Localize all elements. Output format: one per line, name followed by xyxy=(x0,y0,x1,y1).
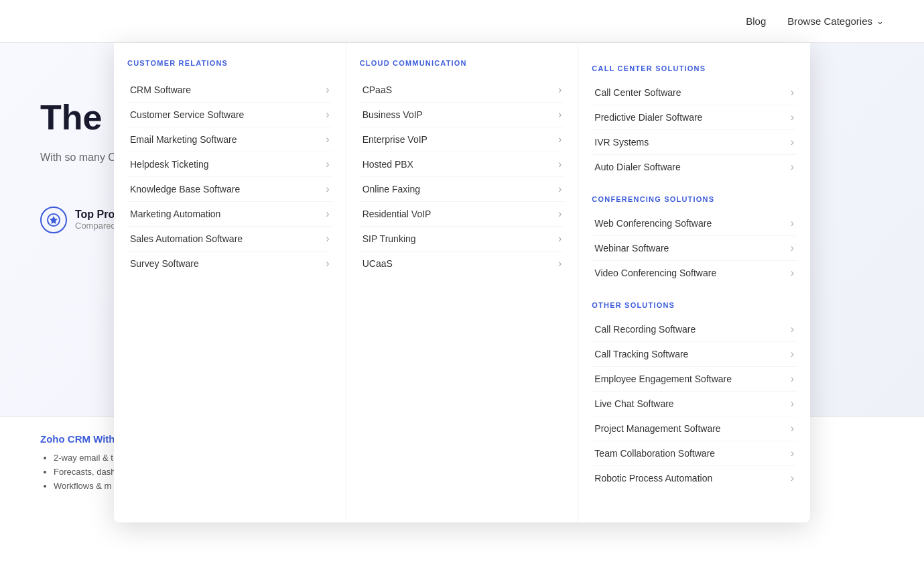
section-heading: OTHER SOLUTIONS xyxy=(592,301,797,309)
chevron-right-icon xyxy=(558,158,562,170)
chevron-down-icon: ⌄ xyxy=(876,16,884,26)
chevron-right-icon xyxy=(326,258,329,270)
chevron-right-icon xyxy=(791,472,794,484)
chevron-right-icon xyxy=(791,111,794,123)
menu-item[interactable]: Robotic Process Automation xyxy=(592,466,797,490)
browse-categories-label: Browse Categories xyxy=(787,15,872,27)
customer-relations-heading: CUSTOMER RELATIONS xyxy=(127,59,332,67)
menu-item[interactable]: Webinar Software xyxy=(592,236,797,261)
chevron-right-icon xyxy=(326,233,329,245)
chevron-right-icon xyxy=(326,133,329,146)
menu-item[interactable]: Live Chat Software xyxy=(592,392,797,416)
svg-marker-1 xyxy=(50,216,58,224)
menu-item[interactable]: Employee Engagement Software xyxy=(592,367,797,392)
chevron-right-icon xyxy=(791,217,794,229)
chevron-right-icon xyxy=(791,398,794,410)
chevron-right-icon xyxy=(558,233,562,245)
chevron-right-icon xyxy=(326,208,329,220)
section-1: CONFERENCING SOLUTIONSWeb Conferencing S… xyxy=(592,195,797,285)
menu-item[interactable]: Call Recording Software xyxy=(592,317,797,342)
menu-item[interactable]: Email Marketing Software xyxy=(127,127,332,152)
menu-item[interactable]: CRM Software xyxy=(127,78,332,103)
customer-relations-col: CUSTOMER RELATIONS CRM SoftwareCustomer … xyxy=(114,43,346,522)
nav-bar: Blog Browse Categories ⌄ xyxy=(0,0,924,43)
browse-categories-nav-item[interactable]: Browse Categories ⌄ xyxy=(787,15,884,27)
chevron-right-icon xyxy=(791,447,794,459)
chevron-right-icon xyxy=(791,87,794,99)
menu-item[interactable]: Customer Service Software xyxy=(127,103,332,127)
menu-item[interactable]: Sales Automation Software xyxy=(127,227,332,251)
menu-item[interactable]: Online Faxing xyxy=(360,177,565,202)
chevron-right-icon xyxy=(558,208,562,220)
menu-item[interactable]: Call Center Software xyxy=(592,80,797,105)
section-2: OTHER SOLUTIONSCall Recording SoftwareCa… xyxy=(592,301,797,490)
chevron-right-icon xyxy=(326,183,329,195)
cloud-communication-heading: CLOUD COMMUNICATION xyxy=(360,59,565,67)
menu-item[interactable]: Project Management Software xyxy=(592,416,797,441)
section-0: CALL CENTER SOLUTIONSCall Center Softwar… xyxy=(592,64,797,179)
menu-item[interactable]: Business VoIP xyxy=(360,103,565,127)
chevron-right-icon xyxy=(558,109,562,121)
section-heading: CALL CENTER SOLUTIONS xyxy=(592,64,797,72)
chevron-right-icon xyxy=(558,258,562,270)
chevron-right-icon xyxy=(791,136,794,148)
chevron-right-icon xyxy=(791,267,794,279)
menu-item[interactable]: Web Conferencing Software xyxy=(592,211,797,236)
menu-item[interactable]: Marketing Automation xyxy=(127,202,332,227)
menu-item[interactable]: Video Conferencing Software xyxy=(592,261,797,285)
chevron-right-icon xyxy=(791,373,794,385)
menu-item[interactable]: Call Tracking Software xyxy=(592,342,797,367)
chevron-right-icon xyxy=(791,323,794,335)
chevron-right-icon xyxy=(558,183,562,195)
browse-categories-dropdown: CUSTOMER RELATIONS CRM SoftwareCustomer … xyxy=(114,43,810,522)
blog-nav-item[interactable]: Blog xyxy=(746,15,766,27)
chevron-right-icon xyxy=(326,84,329,96)
chevron-right-icon xyxy=(791,422,794,435)
menu-item[interactable]: Survey Software xyxy=(127,251,332,276)
cloud-communication-col: CLOUD COMMUNICATION CPaaSBusiness VoIPEn… xyxy=(346,43,579,522)
menu-item[interactable]: Predictive Dialer Software xyxy=(592,105,797,130)
chevron-right-icon xyxy=(326,109,329,121)
chevron-right-icon xyxy=(558,133,562,146)
chevron-right-icon xyxy=(791,242,794,254)
chevron-right-icon xyxy=(558,84,562,96)
menu-item[interactable]: Hosted PBX xyxy=(360,152,565,177)
menu-item[interactable]: Knowledge Base Software xyxy=(127,177,332,202)
solutions-col: CALL CENTER SOLUTIONSCall Center Softwar… xyxy=(578,43,810,522)
chevron-right-icon xyxy=(791,161,794,173)
section-heading: CONFERENCING SOLUTIONS xyxy=(592,195,797,203)
menu-item[interactable]: Residential VoIP xyxy=(360,202,565,227)
menu-item[interactable]: Enterprise VoIP xyxy=(360,127,565,152)
chevron-right-icon xyxy=(326,158,329,170)
customer-relations-items: CRM SoftwareCustomer Service SoftwareEma… xyxy=(127,78,332,276)
badge-icon xyxy=(40,207,67,233)
menu-item[interactable]: SIP Trunking xyxy=(360,227,565,251)
chevron-right-icon xyxy=(791,348,794,360)
menu-item[interactable]: CPaaS xyxy=(360,78,565,103)
menu-item[interactable]: Team Collaboration Software xyxy=(592,441,797,466)
menu-item[interactable]: Helpdesk Ticketing xyxy=(127,152,332,177)
menu-item[interactable]: UCaaS xyxy=(360,251,565,276)
menu-item[interactable]: IVR Systems xyxy=(592,130,797,155)
cloud-communication-items: CPaaSBusiness VoIPEnterprise VoIPHosted … xyxy=(360,78,565,276)
menu-item[interactable]: Auto Dialer Software xyxy=(592,155,797,179)
